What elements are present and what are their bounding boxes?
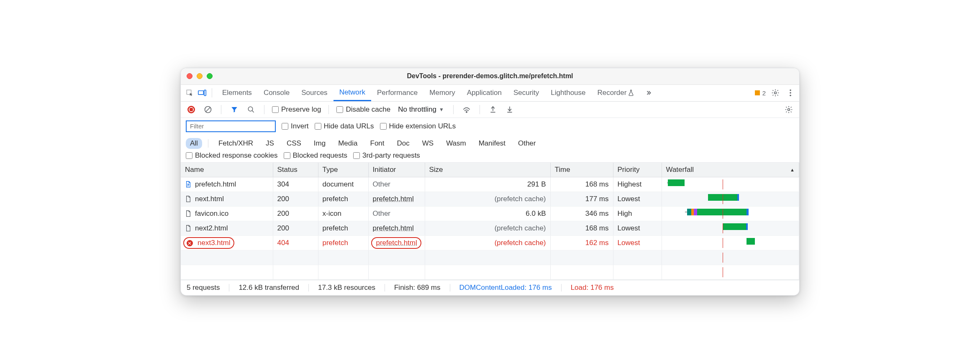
table-row[interactable]: favicon.ico200x-iconOther6.0 kB346 msHig… (181, 206, 799, 221)
size-cell: (prefetch cache) (425, 221, 550, 235)
devtools-window: DevTools - prerender-demos.glitch.me/pre… (180, 68, 800, 296)
initiator-cell[interactable]: prefetch.html (368, 192, 425, 206)
type-cell: prefetch (318, 192, 368, 206)
disable-cache-checkbox[interactable]: Disable cache (336, 105, 390, 114)
status-dcl: DOMContentLoaded: 176 ms (459, 284, 552, 292)
filter-icon[interactable] (229, 104, 240, 115)
priority-cell: Lowest (613, 221, 662, 235)
tab-sources[interactable]: Sources (295, 85, 333, 101)
type-filter-media[interactable]: Media (334, 138, 362, 149)
settings-icon[interactable] (770, 87, 781, 98)
record-button[interactable] (186, 104, 197, 115)
tab-security[interactable]: Security (508, 85, 545, 101)
type-filter-fetchxhr[interactable]: Fetch/XHR (214, 138, 257, 149)
initiator-cell[interactable]: prefetch.html (368, 235, 425, 250)
svg-rect-2 (204, 90, 206, 95)
filter-input[interactable] (186, 120, 276, 132)
device-toolbar-icon[interactable] (197, 87, 208, 98)
type-filter-wasm[interactable]: Wasm (442, 138, 470, 149)
status-load: Load: 176 ms (571, 284, 614, 292)
status-transferred: 12.6 kB transferred (239, 284, 299, 292)
network-conditions-icon[interactable] (461, 104, 472, 115)
network-settings-icon[interactable] (783, 104, 794, 115)
table-row-empty (181, 265, 799, 279)
window-title: DevTools - prerender-demos.glitch.me/pre… (181, 72, 799, 80)
status-cell: 200 (273, 221, 318, 235)
tab-memory[interactable]: Memory (423, 85, 461, 101)
svg-point-5 (790, 92, 791, 94)
tab-console[interactable]: Console (258, 85, 295, 101)
type-filter-img[interactable]: Img (310, 138, 330, 149)
table-row[interactable]: next2.html200prefetchprefetch.html(prefe… (181, 221, 799, 235)
status-cell: 200 (273, 192, 318, 206)
network-table: NameStatusTypeInitiatorSizeTimePriorityW… (181, 163, 799, 280)
type-filter-manifest[interactable]: Manifest (475, 138, 510, 149)
type-filter-other[interactable]: Other (514, 138, 540, 149)
traffic-lights (187, 73, 213, 79)
initiator-cell[interactable]: prefetch.html (368, 221, 425, 235)
hide-extension-urls-checkbox[interactable]: Hide extension URLs (380, 122, 456, 130)
clear-button[interactable] (203, 104, 213, 115)
tab-recorder[interactable]: Recorder (592, 85, 640, 101)
table-row[interactable]: ✕next3.html404prefetchprefetch.html(pref… (181, 235, 799, 250)
table-header-row: NameStatusTypeInitiatorSizeTimePriorityW… (181, 163, 799, 177)
search-icon[interactable] (246, 104, 257, 115)
col-time[interactable]: Time (550, 163, 613, 177)
request-name: next.html (195, 195, 224, 203)
type-filter-css[interactable]: CSS (282, 138, 305, 149)
tab-elements[interactable]: Elements (216, 85, 258, 101)
blocked-cookies-checkbox[interactable]: Blocked response cookies (186, 151, 278, 160)
svg-point-6 (790, 95, 791, 97)
svg-point-9 (466, 111, 467, 112)
type-filter-all[interactable]: All (186, 138, 202, 149)
export-har-icon[interactable] (504, 104, 515, 115)
col-type[interactable]: Type (318, 163, 368, 177)
type-filter-js[interactable]: JS (262, 138, 278, 149)
request-name: favicon.ico (195, 210, 228, 218)
hide-data-urls-checkbox[interactable]: Hide data URLs (315, 122, 374, 130)
minimize-window[interactable] (197, 73, 203, 79)
col-size[interactable]: Size (425, 163, 550, 177)
kebab-menu-icon[interactable] (785, 87, 796, 98)
col-name[interactable]: Name (181, 163, 273, 177)
throttling-select[interactable]: No throttling▼ (396, 105, 446, 115)
col-waterfall[interactable]: Waterfall▲ (662, 163, 799, 177)
col-status[interactable]: Status (273, 163, 318, 177)
error-icon: ✕ (185, 239, 194, 247)
waterfall-cell (662, 192, 799, 206)
type-filter-font[interactable]: Font (366, 138, 389, 149)
table-row-empty (181, 250, 799, 265)
blocked-requests-checkbox[interactable]: Blocked requests (284, 151, 347, 160)
time-cell: 162 ms (550, 235, 613, 250)
invert-checkbox[interactable]: Invert (282, 122, 309, 130)
zoom-window[interactable] (207, 73, 213, 79)
inspect-icon[interactable] (184, 87, 195, 98)
table-row[interactable]: prefetch.html304documentOther291 B168 ms… (181, 177, 799, 192)
file-icon (185, 225, 192, 232)
tab-performance[interactable]: Performance (371, 85, 423, 101)
col-initiator[interactable]: Initiator (368, 163, 425, 177)
status-cell: 404 (273, 235, 318, 250)
type-cell: prefetch (318, 235, 368, 250)
table-row[interactable]: next.html200prefetchprefetch.html(prefet… (181, 192, 799, 206)
close-window[interactable] (187, 73, 192, 79)
tab-lighthouse[interactable]: Lighthouse (545, 85, 591, 101)
status-finish: Finish: 689 ms (394, 284, 441, 292)
preserve-log-checkbox[interactable]: Preserve log (272, 105, 321, 114)
size-cell: 6.0 kB (425, 206, 550, 221)
third-party-checkbox[interactable]: 3rd-party requests (353, 151, 420, 160)
priority-cell: Lowest (613, 235, 662, 250)
filter-bar: Invert Hide data URLs Hide extension URL… (181, 118, 799, 149)
tab-application[interactable]: Application (461, 85, 508, 101)
import-har-icon[interactable] (487, 104, 498, 115)
col-priority[interactable]: Priority (613, 163, 662, 177)
waterfall-cell (662, 206, 799, 221)
tab-network[interactable]: Network (334, 85, 371, 101)
waterfall-cell (662, 221, 799, 235)
type-cell: x-icon (318, 206, 368, 221)
request-name: prefetch.html (195, 180, 236, 189)
issues-badge[interactable]: 2 (755, 89, 766, 97)
type-filter-doc[interactable]: Doc (393, 138, 414, 149)
type-filter-ws[interactable]: WS (418, 138, 438, 149)
more-tabs-icon[interactable] (643, 87, 654, 98)
